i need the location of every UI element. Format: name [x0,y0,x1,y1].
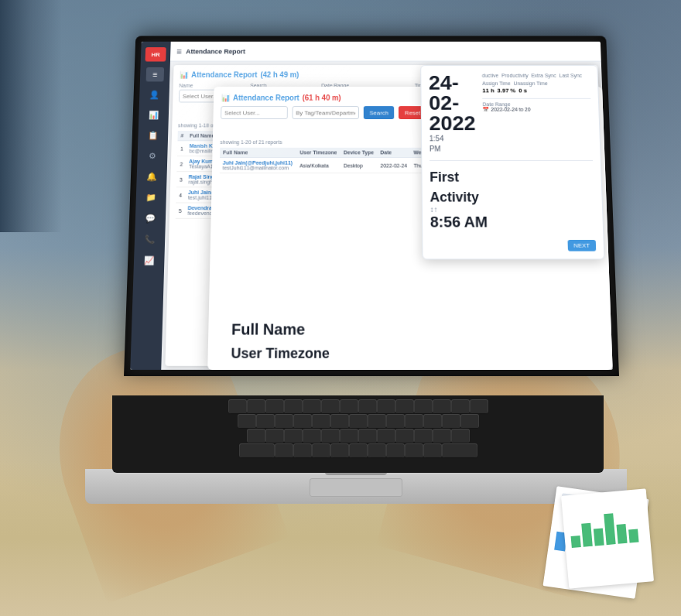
top-nav: ≡ Attendance Report [170,42,601,62]
keyboard [112,395,604,473]
fg-col-device[interactable]: Device Type [340,148,377,158]
sidebar-icon-settings[interactable]: ⚙ [143,149,162,163]
keyboard-row-1 [120,400,596,412]
laptop-screen-outer: HR ≡ 👤 📊 📋 ⚙ 🔔 📁 💬 📞 📈 [124,36,619,376]
hamburger-icon[interactable]: ≡ [176,46,182,56]
main-content: ≡ Attendance Report 📊 Attendance Report … [161,42,612,370]
sidebar-icon-user[interactable]: 👤 [145,87,164,102]
next-button[interactable]: NEXT [567,240,596,252]
nav-title: Attendance Report [186,48,245,55]
sidebar-icon-chat[interactable]: 💬 [141,210,159,225]
fg-col-date[interactable]: Date [377,148,410,158]
search-button-fg[interactable]: Search [364,106,395,119]
zoom-date-range: Date Range 📅 2022-02-24 to 20 [483,98,591,113]
fg-col-fullname[interactable]: Full Name [220,148,296,158]
col-num: # [177,131,187,141]
first-label: First [429,169,594,185]
sidebar-icon-home[interactable]: ≡ [146,67,165,82]
trackpad[interactable] [310,478,402,497]
sidebar-icon-analytics[interactable]: 📈 [140,253,159,269]
laptop-screen-bezel: HR ≡ 👤 📊 📋 ⚙ 🔔 📁 💬 📞 📈 [130,42,612,370]
activity-label: Activity [429,190,594,205]
full-name-label: Full Name [231,321,305,339]
sidebar-icon-report[interactable]: 📋 [144,128,163,142]
ui-container: HR ≡ 👤 📊 📋 ⚙ 🔔 📁 💬 📞 📈 [130,42,612,370]
keyboard-row-3 [120,429,596,442]
activity-time: 8:56 AM [430,214,596,231]
page-content: 📊 Attendance Report (42 h 49 m) Name [161,62,612,370]
first-activity-section: First Activity ↕↑ 8:56 AM [429,160,595,231]
laptop: HR ≡ 👤 📊 📋 ⚙ 🔔 📁 💬 📞 📈 [77,23,642,399]
activity-icon: ↕↑ [430,205,595,214]
search-input-fg[interactable] [292,106,359,119]
window-left [0,0,62,232]
zoom-detail-panel: 24-02-2022 1:54PM ductive Productivity E… [420,65,604,259]
name-input-fg[interactable] [221,106,288,119]
keyboard-row-4 [120,444,596,457]
sidebar-icon-chart[interactable]: 📊 [145,108,163,122]
sidebar-icon-phone[interactable]: 📞 [141,231,159,246]
keyboard-row-2 [120,415,596,427]
sidebar-icon-folder[interactable]: 📁 [142,190,160,204]
zoom-date: 24-02-2022 [429,73,476,134]
zoom-time: 1:54PM [429,134,477,155]
sidebar-logo: HR [145,47,166,61]
filter-search-fg [292,106,359,119]
sidebar-icon-bell[interactable]: 🔔 [142,169,161,183]
zoom-col-values: 11 h 3.97 % 0 s [482,87,590,94]
paper-sheet-2 [561,488,654,588]
chart-papers [534,469,658,593]
zoom-col-headers: ductive Productivity Extra Sync Last Syn… [482,73,590,86]
fg-col-timezone[interactable]: User Timezone [296,148,340,158]
user-timezone-label: User Timezone [231,346,330,362]
filter-name-fg [221,106,288,119]
